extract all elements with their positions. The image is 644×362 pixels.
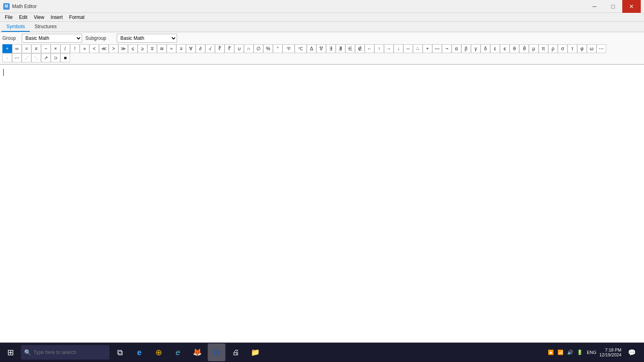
sym-delta[interactable]: Δ	[307, 44, 316, 53]
tab-symbols[interactable]: Symbols	[2, 22, 30, 32]
sym-rho[interactable]: ρ	[548, 44, 558, 53]
sym-cbrt[interactable]: ∛	[215, 44, 225, 53]
sym-pi[interactable]: π	[539, 44, 548, 53]
sym-equiv[interactable]: ≡	[176, 44, 186, 53]
sym-infinity[interactable]: ∞	[12, 44, 22, 53]
tray-battery-icon[interactable]: 🔋	[576, 348, 584, 356]
sym-4rt[interactable]: ∜	[225, 44, 234, 53]
tray-lang[interactable]: ENG	[586, 348, 598, 356]
sym-epsilon[interactable]: ε	[490, 44, 500, 53]
sym-beta[interactable]: β	[461, 44, 471, 53]
sym-plus[interactable]: +	[2, 44, 12, 53]
sym-deltasm[interactable]: δ	[481, 44, 490, 53]
sym-cong[interactable]: ≅	[157, 44, 167, 53]
sym-darr[interactable]: ↓	[394, 44, 403, 53]
sym-leq[interactable]: ≤	[128, 44, 138, 53]
sym-uarr[interactable]: ↑	[374, 44, 384, 53]
chrome-button[interactable]: ⊕	[150, 343, 167, 361]
sym-cdot[interactable]: ·	[2, 53, 12, 62]
sym-rarr[interactable]: →	[384, 44, 394, 53]
sym-exists[interactable]: ∃	[326, 44, 336, 53]
sym-geq[interactable]: ≥	[138, 44, 147, 53]
sym-mp[interactable]: ∓	[147, 44, 157, 53]
sym-notin[interactable]: ∉	[355, 44, 365, 53]
sym-cdots[interactable]: ⋯	[597, 44, 606, 53]
firefox-button[interactable]: 🦊	[188, 343, 206, 361]
sym-notexists[interactable]: ∄	[336, 44, 345, 53]
menu-format[interactable]: Format	[66, 14, 88, 21]
sym-sqrt[interactable]: √	[205, 44, 215, 53]
start-button[interactable]: ⊞	[2, 343, 19, 361]
subgroup-select[interactable]: Basic Math Operators Relations	[117, 34, 177, 43]
edge-button[interactable]: e	[130, 343, 148, 361]
menu-edit[interactable]: Edit	[16, 14, 31, 21]
sym-degC[interactable]: °C	[295, 44, 307, 53]
sym-emdash[interactable]: —	[432, 44, 442, 53]
sym-divide[interactable]: /	[60, 44, 70, 53]
tray-wifi-icon[interactable]: 📶	[557, 348, 565, 356]
files-button[interactable]: 📁	[246, 343, 264, 361]
sym-gg[interactable]: ≫	[118, 44, 128, 53]
sym-equals[interactable]: =	[22, 44, 31, 53]
menu-file[interactable]: File	[2, 14, 16, 21]
sym-degF[interactable]: °F	[283, 44, 295, 53]
sym-blacksquare[interactable]: ■	[60, 53, 70, 62]
maximize-button[interactable]: □	[604, 0, 622, 13]
sym-gamma[interactable]: γ	[471, 44, 481, 53]
sym-larr[interactable]: ←	[365, 44, 374, 53]
sym-percent[interactable]: %	[263, 44, 273, 53]
sym-neg[interactable]: ¬	[442, 44, 452, 53]
sym-varepsilon[interactable]: ϵ	[500, 44, 510, 53]
word-button[interactable]: W	[208, 343, 225, 361]
minimize-button[interactable]: ─	[585, 0, 604, 13]
tab-structures[interactable]: Structures	[30, 22, 62, 32]
sym-cdots2[interactable]: ⋯	[12, 53, 22, 62]
sym-mu[interactable]: μ	[529, 44, 539, 53]
sym-sigma[interactable]: σ	[558, 44, 568, 53]
sym-theta[interactable]: θ	[510, 44, 519, 53]
sym-tilde[interactable]: ~	[41, 44, 51, 53]
close-button[interactable]: ✕	[622, 0, 641, 13]
sym-phi[interactable]: φ	[577, 44, 587, 53]
sym-partial[interactable]: ∂	[196, 44, 205, 53]
tray-volume-icon[interactable]: 🔊	[566, 348, 574, 356]
ie-button[interactable]: e	[169, 343, 187, 361]
editor-container[interactable]	[0, 64, 644, 343]
sym-vdots[interactable]: ⋰	[22, 53, 31, 62]
sym-supset[interactable]: ⊃	[51, 53, 60, 62]
sym-propto[interactable]: ∝	[80, 44, 89, 53]
sym-empty[interactable]: ∅	[254, 44, 263, 53]
group-select[interactable]: Basic Math Greek Letters Operators Arrow…	[22, 34, 82, 43]
notification-button[interactable]: 💬	[625, 345, 639, 360]
sym-vartheta[interactable]: ϑ	[519, 44, 529, 53]
sym-tau[interactable]: τ	[568, 44, 577, 53]
sym-approx[interactable]: ≈	[167, 44, 176, 53]
sym-omega[interactable]: ω	[587, 44, 597, 53]
task-view-button[interactable]: ⧉	[111, 343, 129, 361]
search-input[interactable]	[33, 350, 106, 355]
sym-gt[interactable]: >	[109, 44, 118, 53]
sym-lt[interactable]: <	[89, 44, 99, 53]
tray-up-icon[interactable]: 🔼	[547, 348, 555, 356]
sym-notequals[interactable]: ≠	[31, 44, 41, 53]
sym-in[interactable]: ∈	[345, 44, 355, 53]
sym-cap[interactable]: ∩	[244, 44, 254, 53]
menu-insert[interactable]: Insert	[47, 14, 66, 21]
menu-view[interactable]: View	[31, 14, 47, 21]
clock-area[interactable]: 7:18 PM 12/19/2024	[599, 348, 623, 357]
sym-nabla[interactable]: ∇	[316, 44, 326, 53]
sym-plussmall[interactable]: +	[423, 44, 432, 53]
sym-therefore[interactable]: ∴	[413, 44, 423, 53]
sym-factorial[interactable]: !	[70, 44, 80, 53]
sym-times[interactable]: ×	[51, 44, 60, 53]
search-bar[interactable]: 🔍	[21, 345, 109, 360]
sym-ll[interactable]: ≪	[99, 44, 109, 53]
sym-nearr[interactable]: ↗	[41, 53, 51, 62]
print-button[interactable]: 🖨	[227, 343, 245, 361]
sym-harr[interactable]: ↔	[403, 44, 413, 53]
sym-cup[interactable]: ∪	[234, 44, 244, 53]
sym-ddots[interactable]: ⋱	[31, 53, 41, 62]
sym-degree[interactable]: °	[273, 44, 283, 53]
sym-forall[interactable]: ∀	[186, 44, 196, 53]
sym-alpha[interactable]: α	[452, 44, 461, 53]
